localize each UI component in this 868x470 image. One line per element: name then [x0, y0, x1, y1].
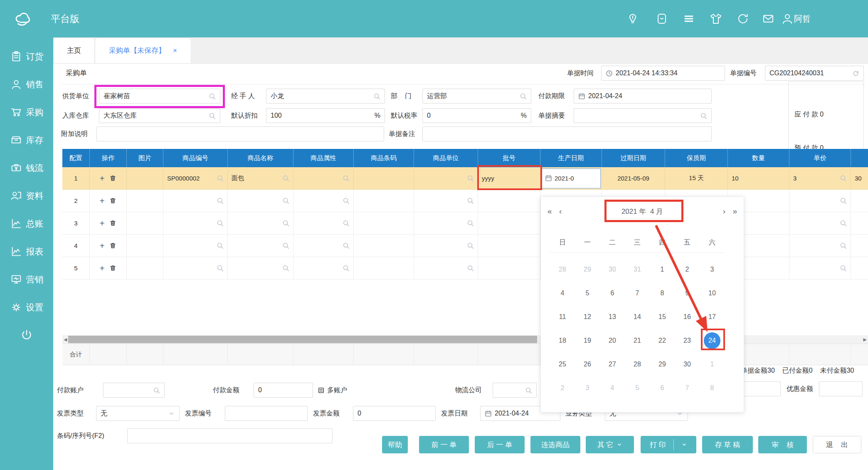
calendar-day[interactable]: 28 [550, 257, 575, 281]
search-icon[interactable] [217, 197, 224, 204]
calendar-day-selected[interactable]: 24 [700, 329, 725, 352]
table-cell[interactable] [851, 212, 868, 235]
table-cell[interactable] [293, 212, 354, 235]
other-actions-button[interactable]: 其 它 [586, 436, 634, 453]
calendar-day[interactable]: 3 [575, 376, 600, 400]
table-cell[interactable] [478, 257, 540, 280]
calendar-day[interactable]: 9 [675, 281, 700, 305]
search-icon[interactable] [343, 197, 350, 204]
trash-icon[interactable] [109, 197, 116, 204]
table-cell[interactable] [163, 212, 228, 235]
calendar-day[interactable]: 16 [675, 305, 700, 329]
search-icon[interactable] [282, 175, 289, 182]
product-unit-cell[interactable] [414, 167, 478, 190]
user-menu[interactable]: 阿哲 [781, 0, 811, 37]
table-cell[interactable] [228, 257, 293, 280]
trash-icon[interactable] [109, 175, 116, 182]
table-cell[interactable] [354, 257, 414, 280]
sidebar-item-cashflow[interactable]: 钱流 [0, 154, 53, 182]
table-cell[interactable] [789, 235, 851, 257]
calendar-day[interactable]: 21 [625, 329, 650, 352]
shelf-life-cell[interactable]: 15 天 [665, 167, 728, 190]
horizontal-scrollbar[interactable]: ◀ ▶ [62, 335, 868, 344]
search-icon[interactable] [343, 242, 350, 249]
calendar-day[interactable]: 14 [625, 305, 650, 329]
sidebar-item-order[interactable]: 订货 [0, 42, 53, 70]
add-row-button[interactable]: + [100, 174, 105, 183]
feedback-icon[interactable] [655, 12, 668, 25]
product-name-cell[interactable]: 面包 [228, 167, 293, 190]
pay-amount-input[interactable]: 0 [254, 383, 313, 398]
sidebar-item-inventory[interactable]: 库存 [0, 126, 53, 154]
print-button[interactable]: 打 印 [641, 436, 696, 453]
calendar-day[interactable]: 17 [700, 305, 725, 329]
table-cell[interactable] [228, 212, 293, 235]
calendar-day[interactable]: 6 [600, 281, 625, 305]
table-cell[interactable] [478, 190, 540, 212]
search-icon[interactable] [282, 197, 289, 204]
search-icon[interactable] [217, 220, 224, 227]
add-row-button[interactable]: + [100, 197, 105, 205]
add-row-button[interactable]: + [100, 242, 105, 250]
trash-icon[interactable] [109, 220, 116, 227]
table-cell[interactable] [414, 190, 478, 212]
search-icon[interactable] [153, 387, 160, 394]
audit-button[interactable]: 审 核 [758, 436, 807, 453]
table-cell[interactable] [293, 257, 354, 280]
refresh-icon[interactable] [852, 70, 859, 77]
search-icon[interactable] [467, 220, 474, 227]
calendar-day[interactable]: 29 [575, 257, 600, 281]
sidebar-item-marketing[interactable]: 营销 [0, 265, 53, 293]
sidebar-item-ledger[interactable]: 总账 [0, 210, 53, 237]
calendar-day[interactable]: 4 [550, 281, 575, 305]
search-icon[interactable] [343, 220, 350, 227]
calendar-day[interactable]: 15 [650, 305, 675, 329]
table-cell[interactable] [293, 235, 354, 257]
due-date-input[interactable]: 2021-04-24 [574, 89, 712, 104]
table-cell[interactable] [228, 190, 293, 212]
table-cell[interactable] [127, 257, 163, 280]
mail-icon[interactable] [762, 12, 775, 25]
calendar-day[interactable]: 3 [700, 257, 725, 281]
search-icon[interactable] [520, 93, 527, 100]
product-image-cell[interactable] [127, 167, 163, 190]
discount-amount-input[interactable] [819, 381, 863, 396]
table-cell[interactable] [414, 257, 478, 280]
next-month-icon[interactable]: › [723, 207, 725, 216]
search-icon[interactable] [840, 197, 847, 204]
doc-summary-input[interactable] [574, 108, 712, 123]
table-cell[interactable] [127, 212, 163, 235]
search-icon[interactable] [373, 93, 380, 100]
calendar-day[interactable]: 20 [600, 329, 625, 352]
invoice-type-select[interactable]: 无 [96, 406, 180, 421]
search-icon[interactable] [343, 175, 350, 182]
sidebar-item-purchase[interactable]: 采购 [0, 98, 53, 126]
calendar-day[interactable]: 26 [575, 352, 600, 376]
table-row-1[interactable]: 1 + SP0000002 面包 yyyy 2021-0 [62, 167, 868, 190]
table-cell[interactable] [163, 257, 228, 280]
table-cell[interactable] [228, 235, 293, 257]
table-cell[interactable] [478, 212, 540, 235]
calendar-day[interactable]: 19 [575, 329, 600, 352]
calendar-day[interactable]: 5 [575, 281, 600, 305]
calendar-day[interactable]: 6 [650, 376, 675, 400]
trash-icon[interactable] [109, 242, 116, 249]
doc-time-input[interactable]: 2021-04-24 14:33:34 [601, 66, 725, 81]
calendar-day[interactable]: 8 [650, 281, 675, 305]
table-cell[interactable] [127, 235, 163, 257]
calendar-day[interactable]: 7 [675, 376, 700, 400]
table-cell[interactable] [414, 235, 478, 257]
table-cell[interactable] [163, 235, 228, 257]
tab-purchase-order[interactable]: 采购单【未保存】 × [95, 37, 191, 63]
calendar-day[interactable]: 11 [550, 305, 575, 329]
misc-amount-input[interactable] [741, 381, 781, 396]
table-cell[interactable] [163, 190, 228, 212]
product-code-cell[interactable]: SP0000002 [163, 167, 228, 190]
invoice-amount-input[interactable]: 0 [353, 406, 436, 421]
search-icon[interactable] [282, 265, 289, 272]
prev-doc-button[interactable]: 前 一 单 [419, 436, 469, 453]
table-row[interactable]: 5+ [62, 257, 868, 280]
table-cell[interactable] [851, 235, 868, 257]
trash-icon[interactable] [109, 265, 116, 272]
add-row-button[interactable]: + [100, 264, 105, 272]
